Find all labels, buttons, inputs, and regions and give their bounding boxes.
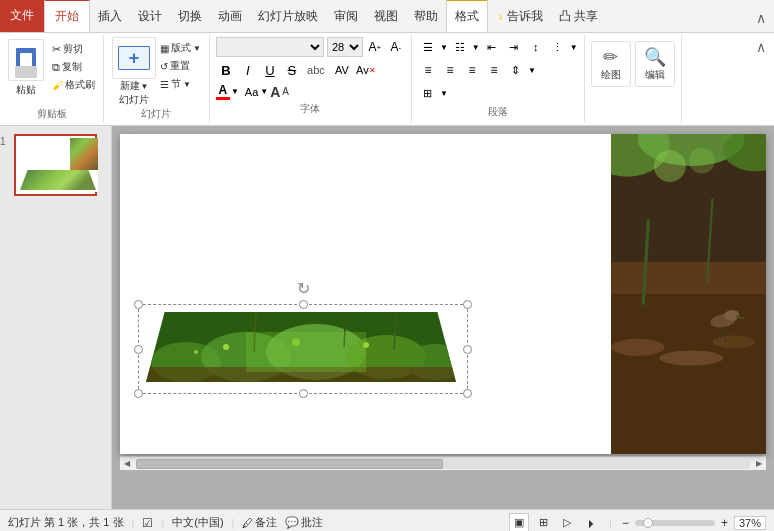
slide-thumbnail-1[interactable]: 1: [14, 134, 97, 196]
font-color-dropdown[interactable]: ▼: [231, 87, 239, 96]
draw-button[interactable]: ✏ 绘图: [591, 41, 631, 87]
scroll-left-arrow[interactable]: ◀: [120, 457, 134, 471]
tab-slideshow[interactable]: 幻灯片放映: [250, 1, 326, 32]
edit-button[interactable]: 🔍 编辑: [635, 41, 675, 87]
new-slide-label: 新建: [120, 79, 140, 93]
line-spacing-button[interactable]: ⇕: [506, 60, 526, 80]
bullets-button[interactable]: ☰: [418, 37, 438, 57]
tab-share[interactable]: 凸 共享: [551, 1, 606, 32]
numbering-dropdown[interactable]: ▼: [472, 43, 480, 52]
numbering-button[interactable]: ☷: [450, 37, 470, 57]
paste-icon: [8, 39, 44, 81]
slide-layout-button[interactable]: ▦ 版式 ▼: [160, 41, 201, 55]
font-name-select[interactable]: [216, 37, 324, 57]
zoom-percent-button[interactable]: 37%: [734, 516, 766, 530]
draw-label: 绘图: [601, 68, 621, 82]
handle-bottom-mid[interactable]: [299, 389, 308, 398]
shape-selection-container[interactable]: ↻: [138, 304, 468, 394]
svg-point-16: [654, 150, 686, 182]
align-left-button[interactable]: ≡: [418, 60, 438, 80]
tab-transition[interactable]: 切换: [170, 1, 210, 32]
clear-format-button[interactable]: Av✕: [356, 60, 376, 80]
handle-bottom-right[interactable]: [463, 389, 472, 398]
align-center-button[interactable]: ≡: [440, 60, 460, 80]
normal-view-button[interactable]: ▣: [509, 513, 529, 532]
section-button[interactable]: ☰ 节 ▼: [160, 77, 201, 91]
handle-top-mid[interactable]: [299, 300, 308, 309]
handle-top-left[interactable]: [134, 300, 143, 309]
paste-button[interactable]: 粘贴: [6, 37, 46, 99]
strikethrough-button[interactable]: S: [282, 60, 302, 80]
zoom-in-button[interactable]: +: [719, 516, 730, 530]
language-label: 中文(中国): [172, 515, 223, 530]
slide-canvas[interactable]: ↻: [120, 134, 766, 454]
underline-button[interactable]: U: [260, 60, 280, 80]
section-dropdown-icon[interactable]: ▼: [183, 80, 191, 89]
indent-increase-button[interactable]: ⇥: [504, 37, 524, 57]
italic-button[interactable]: I: [238, 60, 258, 80]
shadow-button[interactable]: abc: [304, 60, 328, 80]
status-divider-3: |: [232, 517, 235, 529]
indent-decrease-button[interactable]: ⇤: [482, 37, 502, 57]
cut-button[interactable]: ✂ 剪切: [50, 41, 97, 57]
tab-review[interactable]: 审阅: [326, 1, 366, 32]
tab-tellme[interactable]: ♀ 告诉我: [488, 1, 551, 32]
comments-label: 批注: [301, 515, 323, 530]
font-case-btn[interactable]: Aa: [245, 86, 258, 98]
tab-file[interactable]: 文件: [0, 0, 44, 32]
scroll-thumb[interactable]: [136, 459, 443, 469]
tab-design[interactable]: 设计: [130, 1, 170, 32]
tab-view[interactable]: 视图: [366, 1, 406, 32]
tab-insert[interactable]: 插入: [90, 1, 130, 32]
format-painter-button[interactable]: 🖌 格式刷: [50, 77, 97, 93]
handle-bottom-left[interactable]: [134, 389, 143, 398]
new-slide-dropdown-icon[interactable]: ▼: [141, 82, 149, 91]
font-spacing-button[interactable]: AV: [330, 60, 354, 80]
draw-icon: ✏: [603, 46, 618, 68]
smartart-button[interactable]: ⊞: [418, 83, 438, 103]
font-case-dropdown[interactable]: ▼: [260, 87, 268, 96]
tab-home[interactable]: 开始: [44, 0, 90, 32]
convert-to-smartart-dropdown[interactable]: ▼: [440, 89, 448, 98]
font-size-aa-section: Aa ▼ A A: [245, 84, 289, 100]
tab-format[interactable]: 格式: [446, 0, 488, 32]
zoom-slider[interactable]: [635, 520, 715, 526]
justify-button[interactable]: ≡: [484, 60, 504, 80]
trapezoid-shape[interactable]: [146, 312, 456, 382]
reading-view-button[interactable]: ▷: [557, 513, 577, 532]
notes-button[interactable]: 🖊 备注: [242, 515, 277, 530]
slides-group: + 新建 ▼ 幻灯片 ▦ 版式 ▼ ↺ 重置: [104, 35, 210, 123]
copy-button[interactable]: ⧉ 复制: [50, 59, 97, 75]
columns-dropdown[interactable]: ▼: [570, 43, 578, 52]
ribbon-collapse-button[interactable]: ∧: [748, 35, 774, 123]
font-size-select[interactable]: 28: [327, 37, 363, 57]
edit-label: 编辑: [645, 68, 665, 82]
columns-button[interactable]: ⋮: [548, 37, 568, 57]
new-slide-button[interactable]: + 新建 ▼ 幻灯片: [112, 37, 156, 107]
tab-animation[interactable]: 动画: [210, 1, 250, 32]
line-spacing-dropdown[interactable]: ▼: [528, 66, 536, 75]
text-direction-button[interactable]: ↕: [526, 37, 546, 57]
slideshow-button[interactable]: ⏵: [581, 513, 601, 532]
reset-slide-button[interactable]: ↺ 重置: [160, 59, 201, 73]
svg-point-6: [611, 339, 664, 356]
handle-mid-right[interactable]: [463, 345, 472, 354]
ribbon-collapse-btn[interactable]: ∧: [748, 4, 774, 32]
align-right-button[interactable]: ≡: [462, 60, 482, 80]
font-color-btn[interactable]: A: [216, 83, 230, 100]
decrease-font-button[interactable]: A-: [387, 38, 405, 56]
tab-help[interactable]: 帮助: [406, 1, 446, 32]
bullets-dropdown[interactable]: ▼: [440, 43, 448, 52]
handle-mid-left[interactable]: [134, 345, 143, 354]
comments-button[interactable]: 💬 批注: [285, 515, 323, 530]
accessibility-button[interactable]: ☑: [142, 516, 153, 530]
zoom-out-button[interactable]: −: [620, 516, 631, 530]
slide-sorter-button[interactable]: ⊞: [533, 513, 553, 532]
increase-font-button[interactable]: A+: [366, 38, 384, 56]
scroll-right-arrow[interactable]: ▶: [752, 457, 766, 471]
rotate-handle[interactable]: ↻: [297, 279, 310, 298]
handle-top-right[interactable]: [463, 300, 472, 309]
layout-dropdown-icon[interactable]: ▼: [193, 44, 201, 53]
bold-button[interactable]: B: [216, 60, 236, 80]
font-row2: B I U S abc AV Av✕: [216, 60, 405, 80]
